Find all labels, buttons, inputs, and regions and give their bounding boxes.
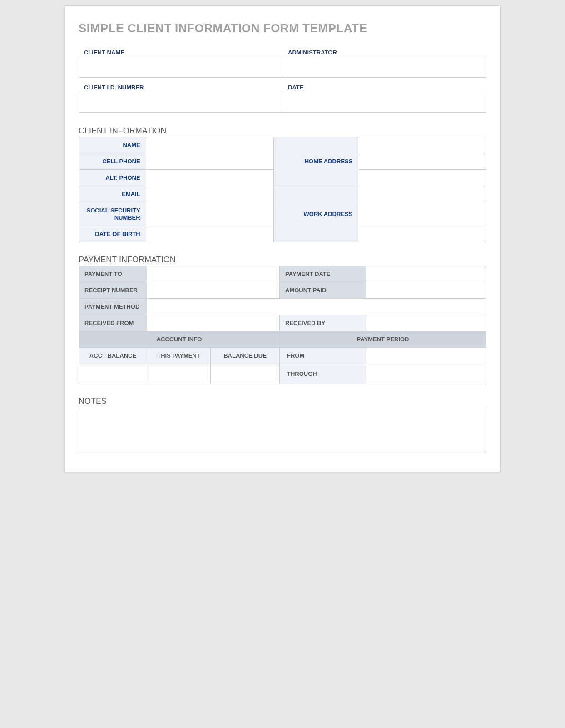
amount-paid-input[interactable] [366,282,486,299]
received-from-input[interactable] [147,315,280,331]
home-address-line1[interactable] [358,137,486,153]
cell-phone-input[interactable] [146,153,274,170]
email-input[interactable] [146,186,274,202]
payment-to-input[interactable] [147,266,280,282]
account-info-header: ACCOUNT INFO [79,331,280,348]
acct-balance-label: ACCT BALANCE [79,348,147,364]
client-name-input[interactable] [79,58,282,78]
ssn-label: SOCIAL SECURITY NUMBER [79,202,146,226]
client-name-field: CLIENT NAME [79,49,282,58]
payment-method-input[interactable] [147,299,486,315]
received-by-input[interactable] [366,315,486,331]
work-address-line3[interactable] [358,226,486,242]
received-by-label: RECEIVED BY [280,315,366,331]
this-payment-input[interactable] [147,364,211,384]
notes-section-label: NOTES [79,397,486,406]
home-address-line3[interactable] [358,170,486,186]
payment-info-section-label: PAYMENT INFORMATION [79,255,486,265]
period-from-input[interactable] [366,348,486,364]
home-address-label: HOME ADDRESS [274,137,358,186]
page-title: SIMPLE CLIENT INFORMATION FORM TEMPLATE [79,21,486,35]
client-info-section-label: CLIENT INFORMATION [79,126,486,136]
email-label: EMAIL [79,186,146,202]
alt-phone-input[interactable] [146,170,274,186]
receipt-number-input[interactable] [147,282,280,299]
notes-input[interactable] [79,408,486,453]
payment-info-table: PAYMENT TO PAYMENT DATE RECEIPT NUMBER A… [79,266,486,384]
administrator-label: ADMINISTRATOR [282,49,486,58]
dob-label: DATE OF BIRTH [79,226,146,242]
payment-to-label: PAYMENT TO [79,266,147,282]
dob-input[interactable] [146,226,274,242]
administrator-field: ADMINISTRATOR [282,49,486,58]
received-from-label: RECEIVED FROM [79,315,147,331]
name-input[interactable] [146,137,274,153]
work-address-line2[interactable] [358,202,486,226]
client-id-input[interactable] [79,93,282,113]
client-id-label: CLIENT I.D. NUMBER [79,84,282,93]
name-label: NAME [79,137,146,153]
client-id-field: CLIENT I.D. NUMBER [79,84,282,93]
work-address-label: WORK ADDRESS [274,186,358,242]
payment-period-header: PAYMENT PERIOD [280,331,486,348]
client-info-table: NAME HOME ADDRESS CELL PHONE ALT. PHONE … [79,137,486,242]
receipt-number-label: RECEIPT NUMBER [79,282,147,299]
this-payment-label: THIS PAYMENT [147,348,211,364]
form-page: SIMPLE CLIENT INFORMATION FORM TEMPLATE … [64,5,501,472]
cell-phone-label: CELL PHONE [79,153,146,170]
payment-method-label: PAYMENT METHOD [79,299,147,315]
work-address-line1[interactable] [358,186,486,202]
ssn-input[interactable] [146,202,274,226]
payment-date-input[interactable] [366,266,486,282]
home-address-line2[interactable] [358,153,486,170]
balance-due-input[interactable] [211,364,280,384]
acct-balance-input[interactable] [79,364,147,384]
alt-phone-label: ALT. PHONE [79,170,146,186]
date-label: DATE [282,84,486,93]
date-input[interactable] [282,93,486,113]
period-from-label: FROM [280,348,366,364]
payment-date-label: PAYMENT DATE [280,266,366,282]
period-through-input[interactable] [366,364,486,384]
administrator-input[interactable] [282,58,486,78]
amount-paid-label: AMOUNT PAID [280,282,366,299]
balance-due-label: BALANCE DUE [211,348,280,364]
period-through-label: THROUGH [280,364,366,384]
top-fields: CLIENT NAME ADMINISTRATOR CLIENT I.D. NU… [79,49,486,113]
client-name-label: CLIENT NAME [79,49,282,58]
date-field: DATE [282,84,486,93]
